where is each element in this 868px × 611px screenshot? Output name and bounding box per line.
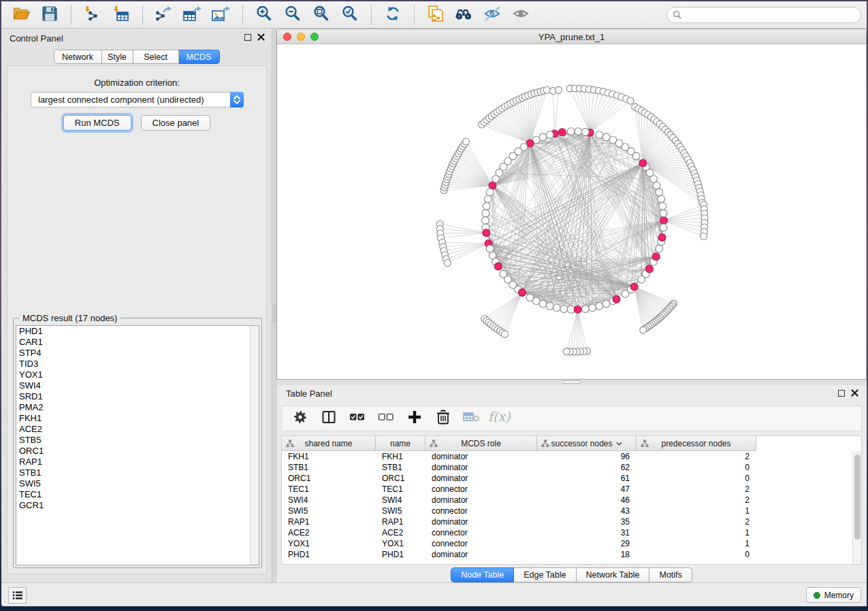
- cell[interactable]: SWI4: [282, 495, 376, 506]
- mcds-result-item[interactable]: TEC1: [16, 489, 259, 500]
- cell[interactable]: TEC1: [376, 484, 425, 495]
- cell[interactable]: dominator: [425, 516, 537, 527]
- cell[interactable]: 2: [637, 516, 756, 527]
- zoom-in-button[interactable]: [250, 4, 278, 26]
- column-header-name[interactable]: name: [376, 436, 425, 451]
- cell[interactable]: 2: [637, 451, 756, 462]
- mcds-result-item[interactable]: PMA2: [16, 402, 259, 413]
- export-table-button[interactable]: [178, 4, 207, 26]
- cell[interactable]: 47: [537, 484, 637, 495]
- cell[interactable]: 46: [537, 495, 637, 506]
- cell[interactable]: 1: [637, 527, 756, 538]
- cell[interactable]: RAP1: [282, 516, 376, 527]
- cell[interactable]: FKH1: [282, 451, 376, 462]
- network-search-button[interactable]: [450, 4, 479, 26]
- mcds-result-item[interactable]: TID3: [16, 359, 259, 369]
- search-input[interactable]: [682, 9, 861, 21]
- table-row[interactable]: ACE2ACE2connector311: [282, 527, 852, 538]
- cell[interactable]: 31: [537, 527, 637, 538]
- mcds-result-item[interactable]: STP4: [16, 348, 259, 359]
- splitter-handle[interactable]: [273, 304, 275, 322]
- cell[interactable]: dominator: [425, 473, 537, 484]
- column-header-predecessor-nodes[interactable]: predecessor nodes: [637, 436, 756, 451]
- zoom-out-button[interactable]: [278, 4, 307, 26]
- cell[interactable]: PHD1: [282, 549, 376, 560]
- column-header-MCDS-role[interactable]: MCDS role: [425, 436, 537, 451]
- cell[interactable]: 62: [537, 462, 637, 473]
- cell[interactable]: 29: [537, 538, 637, 549]
- mcds-result-item[interactable]: SWI5: [16, 478, 259, 489]
- function-builder-button[interactable]: f(x): [490, 408, 511, 429]
- deselect-all-button[interactable]: [376, 408, 396, 429]
- mcds-result-item[interactable]: PHD1: [16, 326, 259, 337]
- cell[interactable]: dominator: [425, 462, 537, 473]
- mcds-result-item[interactable]: FKH1: [16, 413, 259, 424]
- tab-network[interactable]: Network: [54, 50, 102, 64]
- table-row[interactable]: YOX1YOX1connector291: [282, 538, 852, 549]
- close-panel-icon[interactable]: [257, 33, 265, 41]
- vertical-splitter[interactable]: [272, 29, 276, 582]
- cell[interactable]: connector: [425, 506, 537, 516]
- cell[interactable]: 0: [637, 549, 756, 560]
- cell[interactable]: SWI4: [376, 495, 425, 506]
- apply-layout-button[interactable]: [379, 4, 407, 26]
- table-row[interactable]: ORC1ORC1dominator610: [282, 473, 852, 484]
- cell[interactable]: 1: [637, 538, 756, 549]
- mcds-result-item[interactable]: YOX1: [16, 369, 259, 380]
- table-scrollbar-thumb[interactable]: [854, 455, 861, 540]
- float-panel-icon[interactable]: [244, 34, 251, 41]
- table-row[interactable]: PHD1PHD1dominator180: [282, 549, 852, 560]
- cell[interactable]: 2: [637, 484, 756, 495]
- clone-network-button[interactable]: [421, 4, 450, 26]
- column-header-successor-nodes[interactable]: successor nodes: [537, 436, 637, 451]
- cell[interactable]: 43: [537, 506, 637, 516]
- cell[interactable]: ORC1: [376, 473, 425, 484]
- mcds-result-item[interactable]: SRD1: [16, 391, 259, 402]
- export-network-button[interactable]: [150, 4, 178, 26]
- cell[interactable]: dominator: [425, 495, 537, 506]
- cell[interactable]: connector: [425, 484, 537, 495]
- cell[interactable]: ORC1: [282, 473, 376, 484]
- mcds-result-item[interactable]: CAR1: [16, 337, 259, 348]
- cell[interactable]: YOX1: [282, 538, 376, 549]
- float-table-panel-icon[interactable]: [838, 390, 845, 397]
- cell[interactable]: connector: [425, 538, 537, 549]
- cell[interactable]: SWI5: [282, 506, 376, 516]
- cell[interactable]: ACE2: [376, 527, 425, 538]
- cell[interactable]: STB1: [376, 462, 425, 473]
- select-all-button[interactable]: [347, 408, 368, 429]
- cell[interactable]: 35: [537, 516, 637, 527]
- cell[interactable]: STB1: [282, 462, 376, 473]
- cell[interactable]: RAP1: [376, 516, 425, 527]
- cell[interactable]: connector: [425, 527, 537, 538]
- show-all-button[interactable]: [507, 4, 536, 26]
- mcds-result-item[interactable]: SWI4: [16, 380, 259, 391]
- cell[interactable]: 61: [537, 473, 637, 484]
- table-row[interactable]: SWI5SWI5connector431: [282, 506, 852, 516]
- tab-motifs[interactable]: Motifs: [649, 567, 692, 582]
- cell[interactable]: ACE2: [282, 527, 376, 538]
- save-session-button[interactable]: [35, 4, 64, 26]
- tab-edge-table[interactable]: Edge Table: [514, 567, 576, 582]
- search-field[interactable]: [666, 7, 861, 23]
- table-settings-button[interactable]: [290, 408, 310, 429]
- cell[interactable]: 18: [537, 549, 637, 560]
- import-table-button[interactable]: [107, 4, 135, 26]
- close-table-panel-icon[interactable]: [851, 389, 858, 397]
- task-history-button[interactable]: [8, 587, 27, 604]
- list-scrollbar[interactable]: [250, 326, 259, 565]
- tab-select[interactable]: Select: [133, 50, 179, 64]
- mcds-result-item[interactable]: GCR1: [16, 500, 259, 511]
- cell[interactable]: 1: [637, 506, 756, 516]
- cell[interactable]: 2: [637, 495, 756, 506]
- cell[interactable]: 0: [637, 473, 756, 484]
- table-row[interactable]: RAP1RAP1dominator352: [282, 516, 852, 527]
- cell[interactable]: dominator: [425, 549, 537, 560]
- tab-mcds[interactable]: MCDS: [179, 50, 220, 64]
- export-image-button[interactable]: [207, 4, 236, 26]
- mcds-result-item[interactable]: STB1: [16, 467, 259, 478]
- cell[interactable]: YOX1: [376, 538, 425, 549]
- add-column-button[interactable]: [404, 408, 425, 429]
- zoom-selected-button[interactable]: [336, 4, 364, 26]
- table-row[interactable]: FKH1FKH1dominator962: [282, 451, 852, 462]
